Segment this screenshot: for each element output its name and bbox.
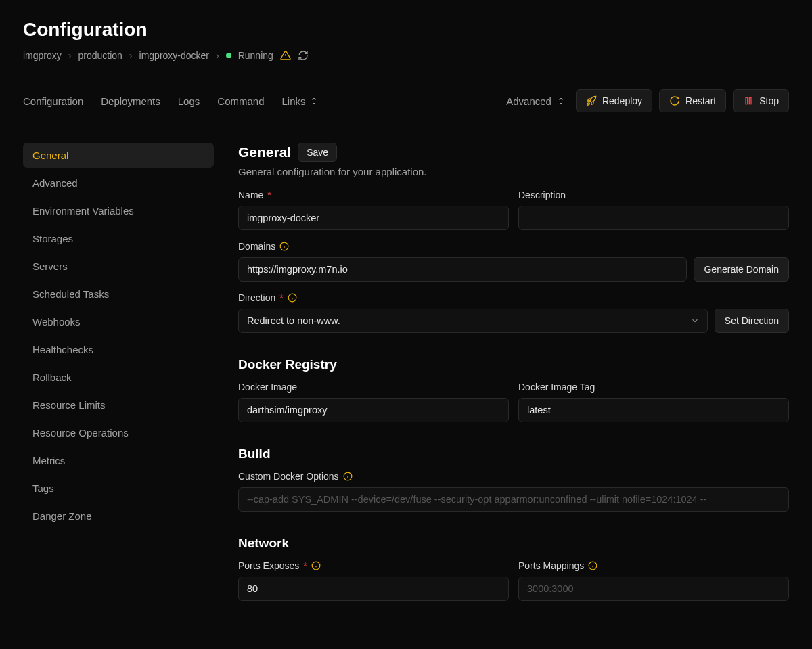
tab-links[interactable]: Links <box>282 95 318 107</box>
ports-exposes-input[interactable] <box>238 577 509 601</box>
advanced-toggle[interactable]: Advanced <box>506 95 565 107</box>
info-icon[interactable] <box>311 561 321 570</box>
breadcrumb-item-1[interactable]: production <box>78 50 122 61</box>
required-asterisk: * <box>267 189 271 200</box>
content: General Save General configuration for y… <box>238 143 789 601</box>
set-direction-button[interactable]: Set Direction <box>715 309 789 333</box>
stop-button[interactable]: Stop <box>733 89 789 112</box>
description-label: Description <box>518 189 789 200</box>
tab-command[interactable]: Command <box>217 95 264 107</box>
direction-label: Direction * <box>238 292 789 303</box>
name-label: Name * <box>238 189 509 200</box>
status-dot-icon <box>226 53 231 58</box>
sort-icon <box>310 97 318 105</box>
info-icon[interactable] <box>343 472 353 481</box>
tab-links-label: Links <box>282 95 306 107</box>
restart-icon <box>669 95 680 106</box>
info-icon[interactable] <box>588 561 597 570</box>
docker-tag-input[interactable] <box>518 398 789 422</box>
breadcrumb: imgproxy › production › imgproxy-docker … <box>23 50 789 61</box>
sidebar-item-general[interactable]: General <box>23 143 214 168</box>
general-heading: General <box>238 144 291 160</box>
svg-rect-2 <box>746 97 748 104</box>
section-build: Build Custom Docker Options <box>238 447 789 512</box>
sidebar-item-rollback[interactable]: Rollback <box>23 365 214 390</box>
sidebar-item-resource-operations[interactable]: Resource Operations <box>23 420 214 445</box>
sidebar-item-env[interactable]: Environment Variables <box>23 198 214 223</box>
refresh-icon[interactable] <box>298 50 309 61</box>
page-title: Configuration <box>23 19 789 41</box>
chevron-right-icon: › <box>129 50 133 61</box>
chevron-right-icon: › <box>68 50 72 61</box>
chevron-right-icon: › <box>216 50 219 61</box>
build-heading: Build <box>238 447 789 462</box>
registry-heading: Docker Registry <box>238 357 789 372</box>
restart-label: Restart <box>685 95 716 106</box>
required-asterisk: * <box>303 560 307 571</box>
stop-icon <box>743 95 754 106</box>
docker-tag-label: Docker Image Tag <box>518 382 789 393</box>
sidebar-item-danger-zone[interactable]: Danger Zone <box>23 503 214 529</box>
custom-options-label: Custom Docker Options <box>238 471 789 482</box>
info-icon[interactable] <box>279 242 289 251</box>
direction-select[interactable]: Redirect to non-www. <box>238 309 708 333</box>
info-icon[interactable] <box>288 293 297 303</box>
stop-label: Stop <box>759 95 779 106</box>
redeploy-icon <box>586 95 597 106</box>
redeploy-button[interactable]: Redeploy <box>576 89 652 112</box>
sidebar-item-servers[interactable]: Servers <box>23 254 214 279</box>
tab-configuration[interactable]: Configuration <box>23 95 83 107</box>
tabs: Configuration Deployments Logs Command L… <box>23 95 318 107</box>
warning-icon[interactable] <box>280 50 291 61</box>
sidebar: General Advanced Environment Variables S… <box>23 143 214 601</box>
advanced-label: Advanced <box>506 95 551 107</box>
sidebar-item-resource-limits[interactable]: Resource Limits <box>23 393 214 418</box>
domains-label: Domains <box>238 241 789 252</box>
status-running-link[interactable]: Running <box>238 50 273 61</box>
sort-icon <box>557 97 565 105</box>
restart-button[interactable]: Restart <box>659 89 726 112</box>
sidebar-item-metrics[interactable]: Metrics <box>23 448 214 473</box>
domains-input[interactable] <box>238 257 687 282</box>
redeploy-label: Redeploy <box>602 95 642 106</box>
section-general: General Save General configuration for y… <box>238 143 789 333</box>
description-input[interactable] <box>518 206 789 230</box>
breadcrumb-item-0[interactable]: imgproxy <box>23 50 62 61</box>
custom-options-input[interactable] <box>238 487 789 512</box>
sidebar-item-advanced[interactable]: Advanced <box>23 171 214 196</box>
generate-domain-button[interactable]: Generate Domain <box>694 257 789 282</box>
section-registry: Docker Registry Docker Image Docker Imag… <box>238 357 789 422</box>
section-network: Network Ports Exposes * Ports Mappings <box>238 536 789 601</box>
ports-exposes-label: Ports Exposes * <box>238 560 509 571</box>
breadcrumb-item-2[interactable]: imgproxy-docker <box>139 50 209 61</box>
tab-logs[interactable]: Logs <box>178 95 200 107</box>
general-desc: General configuration for your applicati… <box>238 166 789 177</box>
sidebar-item-scheduled-tasks[interactable]: Scheduled Tasks <box>23 282 214 307</box>
svg-rect-3 <box>750 97 752 104</box>
tab-deployments[interactable]: Deployments <box>101 95 160 107</box>
sidebar-item-storages[interactable]: Storages <box>23 226 214 251</box>
docker-image-label: Docker Image <box>238 382 509 393</box>
required-asterisk: * <box>279 292 283 303</box>
sidebar-item-webhooks[interactable]: Webhooks <box>23 309 214 334</box>
save-button[interactable]: Save <box>298 143 337 162</box>
network-heading: Network <box>238 536 789 551</box>
name-input[interactable] <box>238 206 509 230</box>
docker-image-input[interactable] <box>238 398 509 422</box>
ports-mappings-input[interactable] <box>518 577 789 601</box>
sidebar-item-tags[interactable]: Tags <box>23 476 214 501</box>
sidebar-item-healthchecks[interactable]: Healthchecks <box>23 337 214 362</box>
ports-mappings-label: Ports Mappings <box>518 560 789 571</box>
